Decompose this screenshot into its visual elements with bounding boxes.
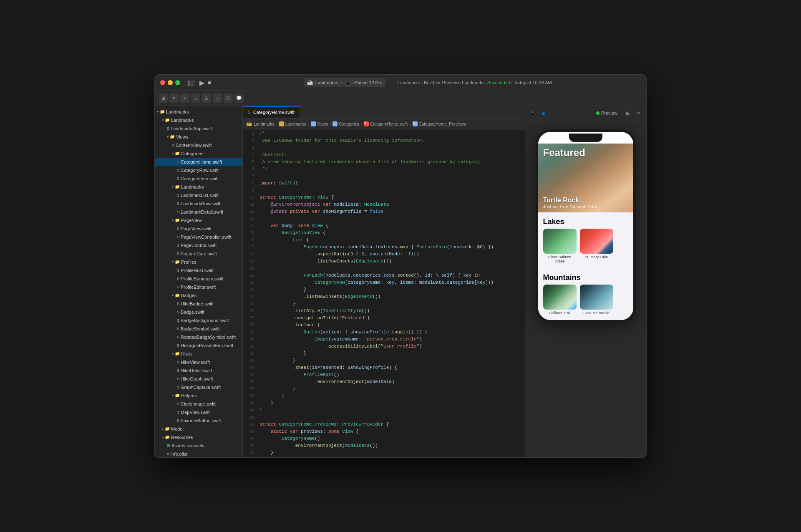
toolbar-warning-btn[interactable]: ⚠ xyxy=(202,93,211,103)
preview-mode-icon[interactable]: ◉ xyxy=(539,109,548,117)
code-editor[interactable]: 1 /* 2 See LICENSE folder for this sampl… xyxy=(243,130,525,457)
sidebar-item-resources[interactable]: ▸ 📁 Resources xyxy=(155,433,242,441)
sidebar-item-mapview[interactable]: S MapView.swift xyxy=(155,408,242,416)
file-navigator[interactable]: ▾ 📁 Landmarks ▾ 📁 Landmarks S LandmarksA… xyxy=(155,106,243,457)
sidebar-item-landmarklist[interactable]: S LandmarkList.swift xyxy=(155,191,242,199)
sidebar-item-model[interactable]: ▸ 📁 Model xyxy=(155,425,242,433)
list-item[interactable]: Lake McDonald xyxy=(580,285,613,315)
tab-label: CategoryHome.swift xyxy=(253,110,295,115)
sidebar-item-badgebackground[interactable]: S BadgeBackground.swift xyxy=(155,316,242,325)
sidebar-item-categoryrow[interactable]: S CategoryRow.swift xyxy=(155,166,242,174)
phone-notch xyxy=(569,134,602,142)
toolbar-diff-btn[interactable]: ◇ xyxy=(213,93,222,103)
sidebar-item-hexagonparams[interactable]: S HexagonParameters.swift xyxy=(155,341,242,350)
stop-button[interactable]: ■ xyxy=(208,79,211,86)
sidebar-item-pageview[interactable]: S PageView.swift xyxy=(155,224,242,233)
sidebar-item-infoplist[interactable]: ≡ Info.plist xyxy=(155,450,242,457)
sidebar-label: Categories xyxy=(181,151,203,156)
plist-icon: ≡ xyxy=(167,452,169,456)
list-item[interactable]: Chilkoot Trail xyxy=(543,285,577,315)
sidebar-item-profilehost[interactable]: S ProfileHost.swift xyxy=(155,266,242,275)
scheme-selector[interactable]: 🏔 Landmarks › 📱 iPhone 12 Pro xyxy=(304,78,386,87)
sidebar-item-hikeview[interactable]: S HikeView.swift xyxy=(155,358,242,366)
toolbar-search-btn[interactable]: ⌕ xyxy=(191,93,200,103)
sidebar-item-favoritebutton[interactable]: S FavoriteButton.swift xyxy=(155,416,242,425)
sidebar-label: CircleImage.swift xyxy=(181,401,216,406)
sidebar-item-root-landmarks[interactable]: ▾ 📁 Landmarks xyxy=(155,108,242,116)
preview-close-icon[interactable]: ✕ xyxy=(634,109,642,117)
sidebar-item-badges-folder[interactable]: ▾ 📁 Badges xyxy=(155,291,242,300)
landmark-thumbnail xyxy=(580,229,613,254)
folder-icon: 📁 xyxy=(170,134,175,139)
sidebar-label: Badge.swift xyxy=(181,310,204,315)
breadcrumb-categories[interactable]: Categories xyxy=(332,121,359,126)
toolbar-message-btn[interactable]: 💬 xyxy=(234,93,244,103)
sidebar-item-profilesummary[interactable]: S ProfileSummary.swift xyxy=(155,275,242,283)
minimize-button[interactable] xyxy=(168,80,173,85)
main-content: ▾ 📁 Landmarks ▾ 📁 Landmarks S LandmarksA… xyxy=(155,106,646,457)
sidebar-item-landmarkrow[interactable]: S LandmarkRow.swift xyxy=(155,199,242,208)
sidebar-item-pageviewcontroller[interactable]: S PageViewController.swift xyxy=(155,233,242,241)
sidebar-toggle-icons[interactable] xyxy=(187,80,194,86)
landmark-card-name: St. Mary Lake xyxy=(580,255,613,259)
sidebar-item-profileeditor[interactable]: S ProfileEditor.swift xyxy=(155,283,242,291)
breadcrumb-views[interactable]: Views xyxy=(311,121,328,126)
sidebar-item-landmarks-sub[interactable]: ▾ 📁 Landmarks xyxy=(155,183,242,191)
sidebar-item-rotatedbadge[interactable]: S RotatedBadgeSymbol.swift xyxy=(155,333,242,341)
sidebar-item-categoryhome[interactable]: S CategoryHome.swift xyxy=(155,158,242,166)
breadcrumb-file[interactable]: S CategoryHome.swift xyxy=(364,121,408,126)
sidebar-item-hikedetail[interactable]: S HikeDetail.swift xyxy=(155,366,242,375)
sidebar-item-categories[interactable]: ▾ 📁 Categories xyxy=(155,149,242,158)
sidebar-item-helpers-folder[interactable]: ▾ 📁 Helpers xyxy=(155,391,242,400)
sidebar-item-profiles-folder[interactable]: ▾ 📁 Profiles xyxy=(155,258,242,266)
mountains-scroll[interactable]: Chilkoot Trail Lake McDonald xyxy=(538,285,633,320)
landmark-name: Turtle Rock xyxy=(543,197,597,204)
sidebar-item-graphcapsule[interactable]: S GraphCapsule.swift xyxy=(155,383,242,391)
preview-panel: 📱 ◉ Preview ⊞ ✕ xyxy=(525,106,646,457)
toolbar-list-btn[interactable]: ≡ xyxy=(169,93,179,103)
sidebar-item-views[interactable]: ▾ 📁 Views xyxy=(155,133,242,141)
list-item[interactable]: St. Mary Lake xyxy=(580,229,613,263)
sidebar-item-badgesymbol[interactable]: S BadgeSymbol.swift xyxy=(155,325,242,333)
preview-settings-icon[interactable]: ⊞ xyxy=(623,109,632,117)
breadcrumb-struct[interactable]: S CategoryHome_Previews xyxy=(413,121,466,126)
close-button[interactable] xyxy=(160,80,165,85)
breadcrumb-landmarks[interactable]: Landmarks xyxy=(254,122,274,126)
sidebar-item-pageview-folder[interactable]: ▾ 📁 PageView xyxy=(155,216,242,224)
sidebar-item-landmarks-folder[interactable]: ▾ 📁 Landmarks xyxy=(155,116,242,124)
run-button[interactable]: ▶ xyxy=(199,79,204,87)
toolbar-bookmark-btn[interactable]: ⬡ xyxy=(224,93,233,103)
sidebar-label: PageView xyxy=(181,218,202,223)
device-icon[interactable]: 📱 xyxy=(529,109,537,117)
sidebar-label: ProfileSummary.swift xyxy=(181,276,223,281)
list-item[interactable]: Silver Salmon Creek xyxy=(543,229,577,263)
toolbar-grid-btn[interactable]: ⊞ xyxy=(159,93,168,103)
phone-app-content: Featured Turtle Rock Joshua Tree Nationa… xyxy=(538,144,633,320)
lakes-scroll[interactable]: Silver Salmon Creek St. Mary Lake xyxy=(538,229,633,268)
landmark-thumbnail xyxy=(543,285,577,310)
swift-file-icon: S xyxy=(172,143,174,147)
code-line-32: 32 } xyxy=(243,350,525,357)
tab-categoryhome[interactable]: S CategoryHome.swift xyxy=(243,106,300,118)
mountains-section-header: Mountains xyxy=(538,268,633,285)
chevron-icon: ▾ xyxy=(172,260,174,264)
landmark-thumbnail xyxy=(580,285,613,310)
sidebar-item-hikegraph[interactable]: S HikeGraph.swift xyxy=(155,375,242,383)
sidebar-item-categoryitem[interactable]: S CategoryItem.swift xyxy=(155,174,242,183)
toolbar-add-btn[interactable]: + xyxy=(180,93,189,103)
sidebar-item-hikes-folder[interactable]: ▾ 📁 Hikes xyxy=(155,350,242,358)
sidebar-item-assets[interactable]: ⊞ Assets.xcassets xyxy=(155,441,242,450)
breadcrumb-landmarks2[interactable]: Landmarks xyxy=(279,121,306,126)
sidebar-item-hikebadge[interactable]: S HikeBadge.swift xyxy=(155,300,242,308)
sidebar-item-featurecard[interactable]: S FeatureCard.swift xyxy=(155,250,242,258)
sidebar-item-landmarksapp[interactable]: S LandmarksApp.swift xyxy=(155,124,242,133)
sidebar-item-contentview[interactable]: S ContentView.swift xyxy=(155,141,242,149)
sidebar-item-pagecontrol[interactable]: S PageControl.swift xyxy=(155,241,242,250)
sidebar-item-circleimage[interactable]: S CircleImage.swift xyxy=(155,400,242,408)
maximize-button[interactable] xyxy=(175,80,180,85)
landmark-card-name: Lake McDonald xyxy=(580,311,613,315)
assets-icon: ⊞ xyxy=(167,444,170,448)
sidebar-item-landmarkdetail[interactable]: S LandmarkDetail.swift xyxy=(155,208,242,216)
sidebar-item-badge[interactable]: S Badge.swift xyxy=(155,308,242,316)
sidebar-label: Badges xyxy=(181,293,196,298)
